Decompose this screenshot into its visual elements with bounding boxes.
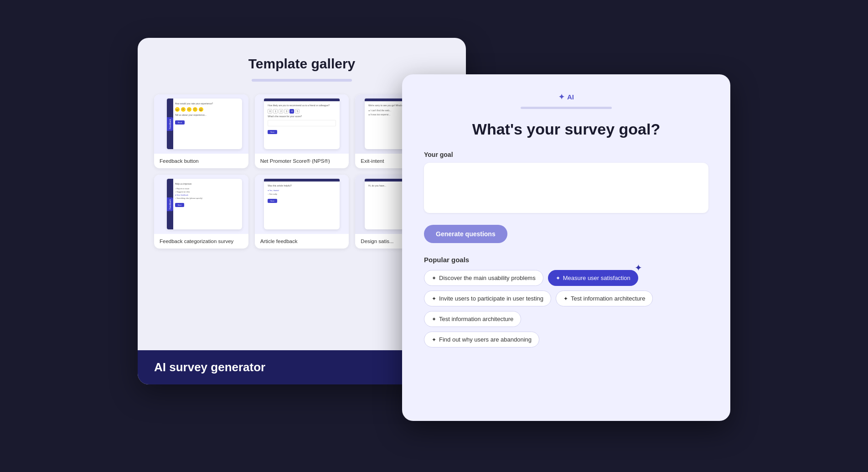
rating-1: 1	[273, 109, 278, 114]
preview-opt-other: ○ Something else (please specify)	[175, 197, 238, 199]
ai-popular-title: Popular goals	[424, 256, 708, 264]
sidebar-btn-label-2: Feedback	[169, 199, 171, 209]
ai-goals-grid: ✦ Discover the main usability problems ✦…	[424, 270, 708, 348]
goal-chip-measure[interactable]: ✦ Measure user satisfaction ✦	[548, 270, 638, 286]
emoji-2: 😕	[181, 107, 186, 112]
goal-chip-3[interactable]: ✦ Test information architecture	[556, 290, 653, 306]
ai-badge: ✦ AI	[558, 93, 574, 101]
preview-send-btn: Send	[175, 120, 185, 124]
preview-rating-row: 0 1 2 3 4 5	[268, 109, 336, 114]
goal-label-4: Test information architecture	[439, 316, 513, 322]
template-item-article[interactable]: Was this article helpful? ● Yes, thanks!…	[255, 175, 349, 249]
sidebar-mock-2: Feedback	[167, 179, 173, 229]
goal-label-5: Find out why users are abandoning	[439, 336, 532, 343]
float-sparkle-icon: ✦	[635, 262, 642, 273]
preview-nps-question: How likely are you to recommend us to a …	[268, 104, 336, 107]
chip-icon-4: ✦	[432, 316, 436, 322]
goal-label-measure: Measure user satisfaction	[563, 275, 630, 281]
preview-topbar	[264, 99, 339, 101]
preview-next-btn-2: Next	[175, 203, 184, 207]
chip-icon-5: ✦	[432, 337, 436, 343]
chip-icon-3: ✦	[563, 296, 568, 302]
ai-badge-text: AI	[567, 93, 574, 101]
goal-chip-2[interactable]: ✦ Invite users to participate in user te…	[424, 290, 551, 306]
preview-opt-report: ○ Report an issue	[175, 187, 238, 190]
preview-article-question: Was this article helpful?	[268, 184, 336, 187]
chip-icon-2: ✦	[432, 296, 436, 302]
preview-opt-suggest: ○ Suggest an idea	[175, 191, 238, 193]
goal-chip-4[interactable]: ✦ Test information architecture	[424, 311, 521, 327]
preview-opt-give: ● Give feedback	[175, 194, 238, 196]
ai-generate-button[interactable]: Generate questions	[424, 225, 507, 243]
sparkle-icon: ✦	[558, 93, 564, 101]
ai-progress-bar	[521, 107, 612, 109]
sidebar-btn-mock-2: Feedback	[167, 197, 173, 211]
emoji-1: 😞	[175, 107, 180, 112]
ai-badge-container: ✦ AI	[424, 93, 708, 101]
template-label-article: Article feedback	[255, 234, 349, 249]
preview-article-opts: ● Yes, thanks! ○ Not really	[268, 189, 336, 195]
preview-article-topbar	[264, 179, 339, 182]
rating-3: 3	[284, 109, 289, 114]
preview-subtext: Tell us about your experience...	[175, 114, 238, 117]
goal-label-0: Discover the main usability problems	[439, 275, 536, 281]
template-label-feedback: Feedback button	[154, 154, 248, 168]
template-preview-feedback: Feedback How would you rate your experie…	[154, 94, 248, 154]
template-preview-article: Was this article helpful? ● Yes, thanks!…	[255, 175, 349, 234]
goal-label-2: Invite users to participate in user test…	[439, 295, 543, 302]
preview-article-no: ○ Not really	[268, 193, 336, 195]
banner-text: AI survey generator	[154, 360, 265, 374]
template-label-nps: Net Promoter Score® (NPS®)	[255, 154, 349, 168]
goal-chip-5[interactable]: ✦ Find out why users are abandoning	[424, 332, 539, 348]
rating-0: 0	[268, 109, 272, 114]
emoji-5: 😄	[199, 107, 203, 112]
scene: Template gallery Feedback How would you …	[138, 38, 730, 435]
preview-cat-title: Help us improve:	[175, 182, 238, 186]
chip-icon-measure: ✦	[556, 275, 560, 281]
ai-goal-textarea[interactable]	[424, 163, 708, 213]
rating-4: 4	[289, 109, 294, 114]
chip-icon-0: ✦	[432, 275, 436, 281]
sidebar-mock: Feedback	[167, 99, 173, 149]
preview-reason-label: What's the reason for your score?	[268, 115, 336, 118]
preview-text: How would you rate your experience?	[175, 102, 238, 105]
preview-emojis: 😞 😕 😐 🙂 😄	[175, 107, 238, 112]
preview-next-btn: Next	[268, 130, 277, 134]
emoji-3: 😐	[187, 107, 191, 112]
preview-reason-input	[268, 120, 336, 126]
template-item-feedback[interactable]: Feedback How would you rate your experie…	[154, 94, 248, 168]
template-item-feedback-cat[interactable]: Feedback Help us improve: ○ Report an is…	[154, 175, 248, 249]
goals-row-2: ✦ Invite users to participate in user te…	[424, 290, 708, 327]
template-label-feedback-cat: Feedback categorization survey	[154, 234, 248, 249]
goal-chip-0[interactable]: ✦ Discover the main usability problems	[424, 270, 543, 286]
preview-article-next: Next	[268, 199, 277, 203]
template-preview-feedback-cat: Feedback Help us improve: ○ Report an is…	[154, 175, 248, 234]
ai-goal-label: Your goal	[424, 151, 708, 158]
template-gallery-progress	[252, 79, 352, 82]
rating-2: 2	[279, 109, 283, 114]
ai-survey-card: ✦ AI What's your survey goal? Your goal …	[402, 74, 730, 421]
rating-5: 5	[295, 109, 300, 114]
goal-label-3: Test information architecture	[571, 295, 645, 302]
template-gallery-title: Template gallery	[154, 56, 450, 72]
sidebar-btn-label: Feedback	[169, 119, 171, 129]
emoji-4: 🙂	[193, 107, 197, 112]
sidebar-btn-mock: Feedback	[167, 117, 173, 131]
template-item-nps[interactable]: How likely are you to recommend us to a …	[255, 94, 349, 168]
ai-main-title: What's your survey goal?	[424, 120, 708, 139]
template-preview-nps: How likely are you to recommend us to a …	[255, 94, 349, 154]
preview-article-yes: ● Yes, thanks!	[268, 189, 336, 192]
